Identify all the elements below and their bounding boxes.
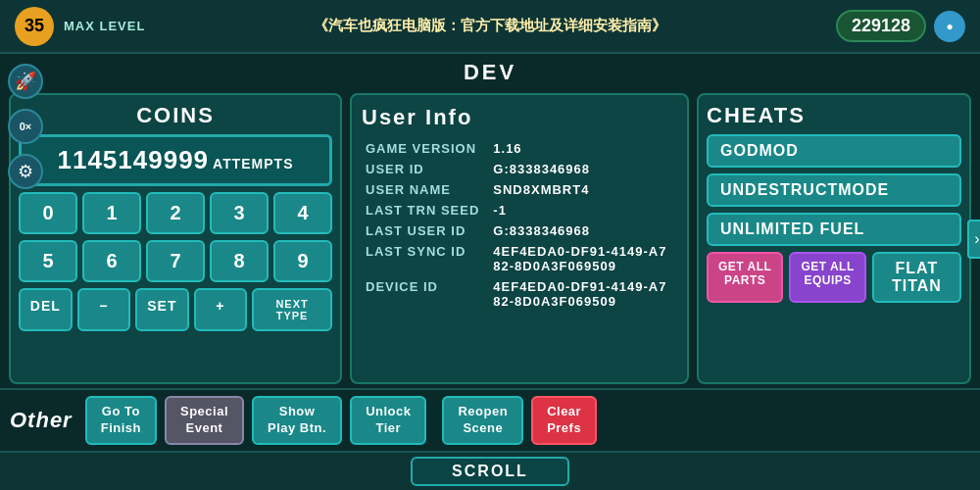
get-all-equips-button[interactable]: Get All Equips: [789, 252, 865, 303]
cheat-row: Get All Parts Get All Equips Flat Titan: [707, 252, 961, 303]
scroll-button[interactable]: Scroll: [411, 457, 569, 486]
info-row-0: GAME VERSION1.16: [362, 138, 677, 159]
get-all-parts-button[interactable]: Get All Parts: [707, 252, 783, 303]
coins-display: 229128: [836, 10, 926, 42]
info-row-1: USER IDG:8338346968: [362, 159, 677, 179]
info-table: GAME VERSION1.16USER IDG:8338346968USER …: [362, 138, 677, 312]
clear-prefs-button[interactable]: Clear Prefs: [531, 396, 597, 445]
cheats-title: Cheats: [707, 103, 961, 128]
level-badge: 35: [15, 7, 54, 46]
info-value-1: G:8338346968: [489, 159, 677, 179]
info-row-5: LAST SYNC ID4ef4eda0-df91-4149-a7 82-8d0…: [362, 241, 677, 276]
numpad-7[interactable]: 7: [146, 240, 205, 282]
gear-icon[interactable]: ⚙: [8, 154, 43, 189]
numpad-5[interactable]: 5: [19, 240, 77, 282]
reopen-scene-button[interactable]: Reopen Scene: [442, 396, 523, 445]
scroll-section: Scroll: [0, 451, 980, 490]
top-bar-left: 35 MAX LEVEL: [15, 7, 145, 46]
godmod-button[interactable]: GodMod: [707, 134, 961, 168]
flat-titan-button[interactable]: Flat Titan: [872, 252, 961, 303]
top-bar-right: 229128 ●: [836, 10, 965, 42]
info-value-2: Snd8xMbrt4: [489, 179, 677, 200]
info-label-1: USER ID: [362, 159, 489, 179]
panels: Coins 1145149999ATTEMPTS 0 1 2 3 4 5 6 7…: [0, 89, 980, 388]
bottom-bar: Other Go to finishSpecial EventShow Play…: [0, 388, 980, 451]
special-event-button[interactable]: Special Event: [165, 396, 244, 445]
main-content: DEV Coins 1145149999ATTEMPTS 0 1 2 3 4 5…: [0, 54, 980, 490]
show-play-btn-button[interactable]: Show Play Btn.: [252, 396, 342, 445]
page-title: 《汽车也疯狂电脑版：官方下载地址及详细安装指南》: [314, 17, 666, 35]
userinfo-panel: User Info GAME VERSION1.16USER IDG:83383…: [350, 93, 689, 384]
userinfo-title: User Info: [362, 105, 677, 130]
info-row-3: LAST TRN SEED-1: [362, 200, 677, 220]
coins-value-display: 1145149999ATTEMPTS: [19, 134, 332, 186]
info-row-4: LAST USER IDG:8338346968: [362, 220, 677, 241]
unlock-tier-button[interactable]: Unlock Tier: [350, 396, 426, 445]
gems-circle: ●: [934, 11, 965, 42]
del-button[interactable]: DEL: [19, 288, 73, 331]
unlimited-fuel-button[interactable]: Unlimited Fuel: [707, 213, 961, 246]
numpad-4[interactable]: 4: [273, 192, 332, 234]
numpad-1[interactable]: 1: [82, 192, 141, 234]
zero-icon: 0×: [8, 109, 43, 144]
max-level-label: MAX LEVEL: [64, 19, 145, 33]
numpad-3[interactable]: 3: [210, 192, 269, 234]
bottom-buttons: Go to finishSpecial EventShow Play Btn.U…: [85, 396, 597, 445]
info-label-5: LAST SYNC ID: [362, 241, 489, 276]
rocket-icon[interactable]: 🚀: [8, 64, 43, 99]
numpad-9[interactable]: 9: [273, 240, 332, 282]
numpad-8[interactable]: 8: [210, 240, 269, 282]
numpad-0[interactable]: 0: [19, 192, 77, 234]
info-label-2: USER NAME: [362, 179, 489, 200]
coins-panel-title: Coins: [19, 103, 332, 128]
info-label-4: LAST USER ID: [362, 220, 489, 241]
go-to-finish-button[interactable]: Go to finish: [85, 396, 157, 445]
info-label-0: GAME VERSION: [362, 138, 489, 159]
set-button[interactable]: SET: [135, 288, 189, 331]
other-label: Other: [10, 408, 73, 433]
numpad-2[interactable]: 2: [146, 192, 205, 234]
info-value-6: 4ef4eda0-df91-4149-a7 82-8d0a3f069509: [489, 276, 677, 312]
next-type-button[interactable]: NEXT TYPE: [252, 288, 332, 331]
numpad-row2: 5 6 7 8 9: [19, 240, 332, 282]
numpad-row1: 0 1 2 3 4: [19, 192, 332, 234]
plus-button[interactable]: +: [194, 288, 248, 331]
info-row-2: USER NAMESnd8xMbrt4: [362, 179, 677, 200]
info-value-0: 1.16: [489, 138, 677, 159]
dev-title: DEV: [0, 54, 980, 89]
info-value-4: G:8338346968: [489, 220, 677, 241]
info-row-6: DEVICE ID4ef4eda0-df91-4149-a7 82-8d0a3f…: [362, 276, 677, 312]
left-icons: 🚀 0× ⚙: [8, 64, 43, 189]
info-value-3: -1: [489, 200, 677, 220]
attempts-label: ATTEMPTS: [213, 156, 293, 172]
info-label-6: DEVICE ID: [362, 276, 489, 312]
minus-button[interactable]: −: [77, 288, 131, 331]
cheats-panel: Cheats GodMod UndestructMode Unlimited F…: [697, 93, 971, 384]
undestructmode-button[interactable]: UndestructMode: [707, 173, 961, 207]
coins-number: 1145149999: [57, 145, 209, 174]
action-row: DEL − SET + NEXT TYPE: [19, 288, 332, 331]
chevron-right-icon[interactable]: ›: [967, 220, 980, 259]
info-label-3: LAST TRN SEED: [362, 200, 489, 220]
numpad-6[interactable]: 6: [82, 240, 141, 282]
info-value-5: 4ef4eda0-df91-4149-a7 82-8d0a3f069509: [489, 241, 677, 276]
coins-panel: Coins 1145149999ATTEMPTS 0 1 2 3 4 5 6 7…: [9, 93, 342, 384]
top-bar: 35 MAX LEVEL 《汽车也疯狂电脑版：官方下载地址及详细安装指南》 22…: [0, 0, 980, 54]
